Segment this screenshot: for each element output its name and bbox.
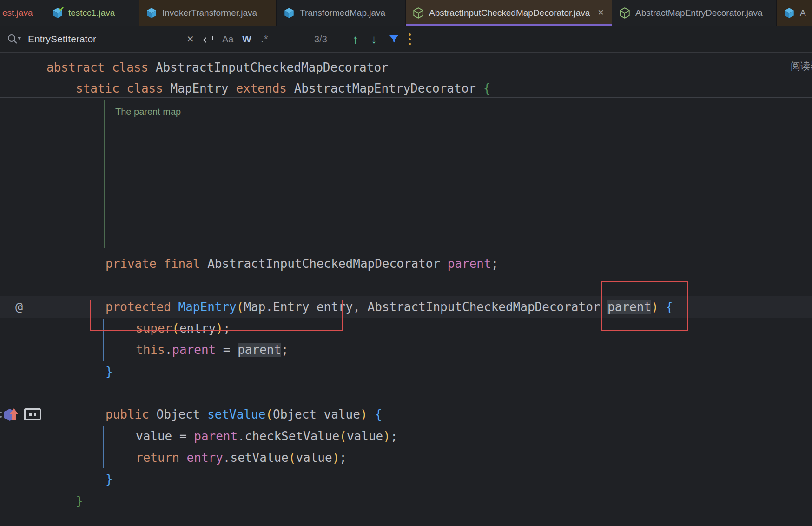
words-toggle[interactable]: W [242, 26, 251, 53]
error-highlight-box [601, 281, 688, 331]
code-token: AbstractInputCheckedMapDecorator [156, 60, 389, 74]
editor-tab[interactable]: InvokerTransformer.java [139, 0, 277, 26]
gutter-dots-icon [0, 409, 2, 420]
inline-hint-icon[interactable] [24, 408, 41, 420]
editor-tab[interactable]: AbstractInputCheckedMapDecorator.java✕ [406, 0, 612, 26]
editor-tab-bar: est.java testcc1.java InvokerTransformer… [0, 0, 812, 26]
editor-tab[interactable]: testcc1.java [45, 0, 139, 26]
code-token: static class [76, 81, 171, 95]
code-token: ) [332, 451, 340, 465]
code-token: } [76, 494, 83, 508]
code-line[interactable]: this.parent = parent; [136, 339, 289, 360]
java-class-green-icon [619, 7, 631, 19]
code-token: ) [360, 407, 368, 421]
code-token: ) [383, 429, 390, 443]
tab-label: AbstractMapEntryDecorator.java [635, 8, 763, 18]
tab-label: testcc1.java [68, 8, 115, 18]
search-magnifier-icon[interactable] [7, 33, 21, 48]
code-token: } [106, 472, 113, 486]
indent-guide [76, 98, 76, 526]
code-token: value [296, 451, 332, 465]
code-token: { [483, 81, 491, 95]
tab-label: A [800, 8, 806, 18]
search-input[interactable]: EntrySetIterator [28, 26, 96, 53]
code-line[interactable]: return entry.setValue(value); [136, 447, 347, 468]
code-line[interactable]: } [76, 490, 83, 512]
code-token: .checkSetValue [238, 429, 339, 443]
filter-funnel-icon[interactable] [389, 34, 399, 46]
divider [281, 28, 281, 50]
java-class-blue-icon [783, 7, 795, 19]
code-line[interactable]: } [106, 468, 113, 490]
match-count: 3/3 [314, 26, 327, 53]
code-token: value = [136, 429, 194, 443]
code-token: Object value [273, 407, 360, 421]
code-token: ( [265, 407, 273, 421]
code-line[interactable]: public Object setValue(Object value) { [106, 404, 382, 425]
error-highlight-box [90, 300, 343, 331]
tab-label: TransformedMap.java [300, 8, 385, 18]
tab-label: est.java [2, 8, 33, 18]
clear-search-icon[interactable]: ✕ [186, 26, 194, 53]
code-token: } [106, 365, 113, 379]
code-token: ; [491, 257, 499, 271]
annotation-gutter-mark[interactable]: @ [15, 296, 23, 318]
code-token: AbstractMapEntryDecorator [294, 81, 483, 95]
code-token: ( [339, 429, 347, 443]
next-match-arrow-icon[interactable]: ↓ [371, 26, 377, 53]
code-token [368, 407, 375, 421]
code-token: parent [172, 343, 216, 357]
java-class-green-icon [412, 7, 424, 19]
editor-tab[interactable]: TransformedMap.java [277, 0, 406, 26]
prev-match-arrow-icon[interactable]: ↑ [352, 26, 358, 53]
sticky-context-line[interactable]: abstract class AbstractInputCheckedMapDe… [46, 57, 389, 78]
code-token: Object [157, 407, 208, 421]
code-line[interactable]: } [106, 361, 113, 382]
code-token: public [106, 407, 157, 421]
code-token: parent [238, 343, 281, 357]
code-token: AbstractInputCheckedMapDecorator [207, 257, 448, 271]
code-line[interactable]: value = parent.checkSetValue(value); [136, 426, 398, 447]
code-token: .setValue [223, 451, 289, 465]
code-token: ; [281, 343, 289, 357]
code-token: setValue [207, 407, 265, 421]
code-token: parent [448, 257, 491, 271]
match-case-toggle[interactable]: Aa [222, 26, 233, 53]
overrides-method-icon[interactable] [3, 406, 20, 426]
doc-comment-border [104, 100, 105, 248]
editor-tab[interactable]: AbstractMapEntryDecorator.java [612, 0, 777, 26]
sticky-context-line[interactable]: static class MapEntry extends AbstractMa… [76, 78, 490, 98]
code-token: { [375, 407, 382, 421]
code-token: . [165, 343, 172, 357]
code-token: value [347, 429, 383, 443]
method-body-guide [103, 426, 104, 468]
java-class-blue-icon [283, 7, 295, 19]
code-token: = [216, 343, 238, 357]
find-toolbar: EntrySetIterator ✕ Aa W .* 3/3 ↑ ↓ [0, 26, 812, 53]
ide-window: est.java testcc1.java InvokerTransformer… [0, 0, 812, 526]
regex-toggle[interactable]: .* [261, 26, 269, 53]
editor-tab[interactable]: est.java [0, 0, 45, 26]
code-token: abstract class [46, 60, 156, 74]
doc-comment-text: The parent map [115, 101, 181, 122]
code-line[interactable]: private final AbstractInputCheckedMapDec… [106, 253, 498, 274]
newline-icon[interactable] [201, 34, 214, 47]
code-token: parent [194, 429, 238, 443]
reader-mode-hint[interactable]: 阅读器 [791, 60, 812, 73]
gutter-separator [45, 98, 45, 526]
tab-label: InvokerTransformer.java [162, 8, 257, 18]
code-token: entry [187, 451, 223, 465]
code-token: return [136, 451, 187, 465]
tab-label: AbstractInputCheckedMapDecorator.java [429, 8, 590, 18]
code-token: ; [339, 451, 347, 465]
code-token: private final [106, 257, 207, 271]
code-token: ( [289, 451, 296, 465]
code-token: ; [390, 429, 398, 443]
sticky-context-lines[interactable]: abstract class AbstractInputCheckedMapDe… [0, 53, 812, 98]
text-caret [647, 298, 647, 316]
more-options-icon[interactable] [409, 26, 411, 53]
java-class-blue-check-icon [52, 7, 64, 19]
close-tab-icon[interactable]: ✕ [597, 8, 604, 18]
code-token: extends [236, 81, 294, 95]
editor-tab[interactable]: A [777, 0, 812, 26]
